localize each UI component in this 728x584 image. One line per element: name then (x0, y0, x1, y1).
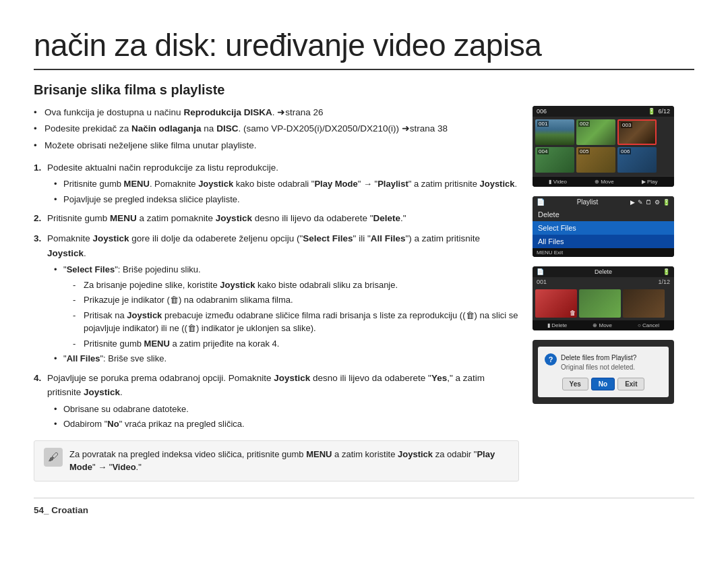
step-1-text: Podesite aktualni način reprodukcije za … (47, 163, 278, 173)
step-3-dashes: Za brisanje pojedine slike, koristite Jo… (73, 279, 519, 351)
thumb-6-num: 006 (619, 148, 631, 154)
page-subtitle: Brisanje slika filma s playliste (34, 82, 694, 98)
screen-1-footer-menu: ▮ Video (549, 179, 567, 185)
dialog-buttons: Yes No Exit (545, 378, 662, 390)
step-1-num: 1. (34, 160, 41, 175)
step-list: 1. Podesite aktualni način reprodukcije … (34, 160, 519, 431)
screen-2-header: 📄 Playlist ▶ ✎ 🗒 ⚙ 🔋 (533, 196, 674, 208)
screen-1-footer-play: ▶ Play (642, 179, 658, 185)
thumb-1-num: 001 (537, 121, 549, 127)
intro-bullet-2: Podesite prekidač za Način odlaganja na … (34, 122, 519, 136)
step-3-dash-4: Pritisnite gumb MENU a zatim prijeđite n… (73, 337, 519, 351)
playlist-menu: Delete Select Files All Files (533, 208, 674, 248)
dialog-question-icon: ? (545, 353, 557, 366)
dialog-yes-button[interactable]: Yes (562, 378, 588, 390)
delete-title: Delete (595, 268, 612, 275)
footer-delete: ▮ Delete (547, 322, 567, 328)
delete-total: 1/12 (658, 279, 670, 285)
battery-icon-2: 🔋 (663, 199, 670, 206)
step-3-sub-1: "Select Files": Briše pojedinu sliku. Za… (54, 263, 519, 350)
step-1: 1. Podesite aktualni način reprodukcije … (34, 160, 519, 206)
thumb-4-num: 004 (537, 148, 549, 154)
thumb-2-num: 002 (578, 121, 590, 127)
thumb-5: 005 (576, 147, 615, 173)
delete-counter: 001 (537, 279, 547, 285)
playlist-icon: 📄 (537, 198, 545, 206)
screen-1-thumb-row-1: 001 002 003 (535, 119, 671, 145)
dialog-no-button[interactable]: No (591, 378, 615, 390)
step-4-sub-2: Odabirom "No" vraća prikaz na pregled sl… (54, 417, 519, 431)
content-area: Ova funkcija je dostupna u načinu Reprod… (34, 106, 694, 481)
dialog-exit-button[interactable]: Exit (617, 378, 644, 390)
step-3-dash-1: Za brisanje pojedine slike, koristite Jo… (73, 279, 519, 292)
intro-bullets: Ova funkcija je dostupna u načinu Reprod… (34, 106, 519, 152)
delete-icon: 📄 (537, 268, 544, 275)
menu-item-delete[interactable]: Delete (533, 208, 674, 221)
delete-thumb-2 (579, 289, 621, 318)
screen-2: 📄 Playlist ▶ ✎ 🗒 ⚙ 🔋 Delete Select Files… (533, 196, 674, 257)
delete-thumb-3 (623, 289, 665, 318)
trash-icon-1: 🗑 (570, 310, 576, 316)
screen-1-footer-move: ⊕ Move (595, 179, 614, 185)
screen-1-header: 006 🔋 6/12 (533, 106, 674, 117)
step-3-text: Pomaknite Joystick gore ili dolje da oda… (47, 233, 480, 258)
note-icon: 🖌 (44, 448, 63, 467)
page-footer: 54_ Croatian (34, 498, 694, 515)
intro-bullet-1: Ova funkcija je dostupna u načinu Reprod… (34, 106, 519, 119)
thumb-2: 002 (576, 119, 615, 145)
battery-icon-3: 🔋 (663, 268, 670, 275)
screen-1: 006 🔋 6/12 001 002 003 (533, 106, 674, 187)
screen-1-total: 6/12 (658, 108, 670, 115)
icon-1: ▶ (630, 199, 635, 206)
page-title: način za disk: uređivanje video zapisa (34, 27, 694, 70)
footer-cancel: ○ Cancel (638, 322, 659, 328)
step-2-text: Pritisnite gumb MENU a zatim pomaknite J… (47, 213, 406, 223)
step-3-dash-3: Pritisak na Joystick prebacuje između od… (73, 309, 519, 335)
step-1-subs: Pritisnite gumb MENU. Pomaknite Joystick… (54, 177, 519, 206)
screen-4: ? Delete files from Playlist? Original f… (533, 340, 674, 404)
icon-4: ⚙ (655, 199, 660, 206)
step-3-subs: "Select Files": Briše pojedinu sliku. Za… (54, 263, 519, 366)
battery-icon-1: 🔋 (648, 108, 655, 115)
screen-1-thumb-row-2: 004 005 006 (535, 147, 671, 173)
icon-2: ✎ (638, 199, 643, 206)
step-2-num: 2. (34, 211, 41, 226)
step-2: 2. Pritisnite gumb MENU a zatim pomaknit… (34, 211, 519, 226)
dialog-sub-text: Original files not deleted. (561, 363, 636, 372)
screen-3: 📄 Delete 🔋 001 1/12 🗑 ▮ Delete ⊕ Move (533, 266, 674, 330)
text-section: Ova funkcija je dostupna u načinu Reprod… (34, 106, 519, 481)
step-3-sub-2: "All Files": Briše sve slike. (54, 352, 519, 366)
screen-1-footer: ▮ Video ⊕ Move ▶ Play (533, 176, 674, 187)
sidebar-screens: 006 🔋 6/12 001 002 003 (533, 106, 681, 481)
dialog-content: Delete files from Playlist? Original fil… (561, 353, 636, 372)
screen-3-thumbs: 🗑 (533, 287, 674, 320)
playlist-icons: ▶ ✎ 🗒 ⚙ 🔋 (630, 199, 670, 206)
delete-thumb-1: 🗑 (535, 289, 577, 318)
step-4: 4. Pojavljuje se poruka prema odabranoj … (34, 371, 519, 431)
screen-3-header: 📄 Delete 🔋 (533, 266, 674, 277)
step-4-num: 4. (34, 371, 41, 386)
step-4-text: Pojavljuje se poruka prema odabranoj opc… (47, 373, 485, 398)
screen-2-footer: MENU Exit (533, 248, 674, 257)
footer-move: ⊕ Move (593, 322, 612, 328)
step-4-subs: Obrisane su odabrane datoteke. Odabirom … (54, 403, 519, 431)
thumb-4: 004 (535, 147, 574, 173)
dialog-title-text: Delete files from Playlist? (561, 353, 636, 363)
dialog-icon-row: ? Delete files from Playlist? Original f… (545, 353, 662, 372)
note-box: 🖌 Za povratak na pregled indeksa video s… (34, 440, 519, 481)
thumb-6: 006 (617, 147, 657, 173)
step-3: 3. Pomaknite Joystick gore ili dolje da … (34, 231, 519, 366)
screen-1-body: 001 002 003 004 005 (533, 117, 674, 176)
step-3-dash-2: Prikazuje je indikator (🗑) na odabranim … (73, 293, 519, 307)
thumb-3: 003 (617, 119, 657, 145)
dialog-box: ? Delete files from Playlist? Original f… (538, 347, 669, 397)
menu-item-all-files[interactable]: All Files (533, 235, 674, 248)
icon-3: 🗒 (646, 199, 652, 206)
menu-item-select-files[interactable]: Select Files (533, 221, 674, 235)
thumb-1: 001 (535, 119, 574, 145)
step-1-sub-1: Pritisnite gumb MENU. Pomaknite Joystick… (54, 177, 519, 191)
note-text: Za povratak na pregled indeksa video sli… (69, 448, 509, 474)
step-1-sub-2: Pojavljuje se pregled indeksa sličice pl… (54, 193, 519, 206)
step-4-sub-1: Obrisane su odabrane datoteke. (54, 403, 519, 416)
thumb-3-num: 003 (621, 122, 632, 128)
